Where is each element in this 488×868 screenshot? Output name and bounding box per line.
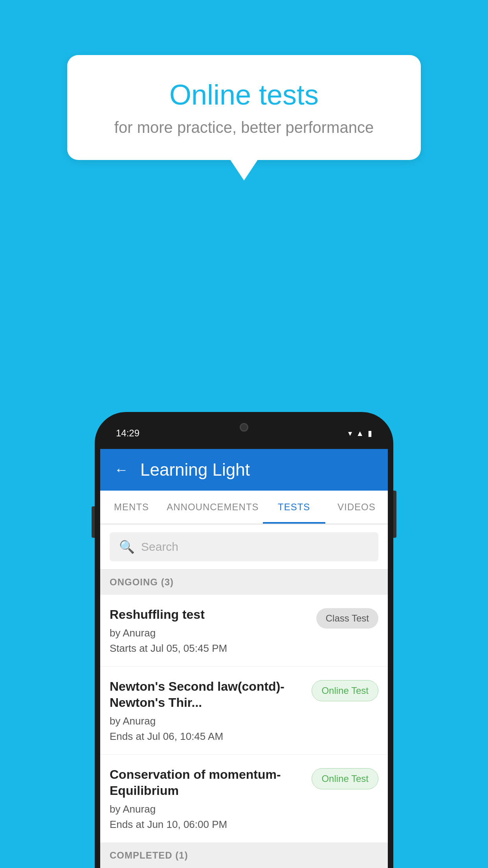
test-content-3: Conservation of momentum-Equilibrium by …	[110, 767, 304, 831]
app-header: ← Learning Light	[100, 449, 388, 491]
search-container: 🔍 Search	[100, 524, 388, 570]
speech-bubble: Online tests for more practice, better p…	[67, 55, 421, 160]
completed-section-header: COMPLETED (1)	[100, 843, 388, 868]
front-camera	[240, 423, 248, 432]
phone-notch	[205, 417, 283, 437]
test-item-conservation[interactable]: Conservation of momentum-Equilibrium by …	[100, 755, 388, 843]
test-item-newtons[interactable]: Newton's Second law(contd)-Newton's Thir…	[100, 667, 388, 755]
test-badge-1: Class Test	[316, 608, 378, 629]
tests-list: Reshuffling test by Anurag Starts at Jul…	[100, 595, 388, 843]
test-badge-2: Online Test	[312, 680, 378, 701]
test-date-1: Starts at Jul 05, 05:45 PM	[110, 642, 308, 655]
tabs-bar: MENTS ANNOUNCEMENTS TESTS VIDEOS	[100, 491, 388, 524]
phone-side-button-right	[393, 491, 396, 538]
back-button[interactable]: ←	[114, 462, 128, 478]
signal-icon: ▲	[356, 429, 364, 438]
phone-screen: ← Learning Light MENTS ANNOUNCEMENTS TES…	[100, 449, 388, 868]
test-badge-3: Online Test	[312, 768, 378, 789]
test-content-1: Reshuffling test by Anurag Starts at Jul…	[110, 607, 308, 655]
tab-videos[interactable]: VIDEOS	[325, 491, 388, 524]
ongoing-section-header: ONGOING (3)	[100, 570, 388, 595]
test-title-2: Newton's Second law(contd)-Newton's Thir…	[110, 679, 304, 711]
test-date-3: Ends at Jun 10, 06:00 PM	[110, 818, 304, 831]
phone-frame: 14:29 ▾ ▲ ▮ ← Learning Light MENTS ANNOU…	[95, 412, 393, 868]
completed-section-label: COMPLETED (1)	[110, 850, 188, 861]
test-item-reshuffling[interactable]: Reshuffling test by Anurag Starts at Jul…	[100, 595, 388, 667]
test-author-2: by Anurag	[110, 715, 304, 727]
tab-tests[interactable]: TESTS	[263, 491, 325, 524]
speech-bubble-container: Online tests for more practice, better p…	[67, 55, 421, 160]
search-placeholder-text: Search	[141, 540, 178, 554]
tab-ments[interactable]: MENTS	[100, 491, 163, 524]
phone-side-button-left	[92, 506, 95, 538]
status-bar: 14:29 ▾ ▲ ▮	[100, 417, 388, 449]
status-icons: ▾ ▲ ▮	[348, 428, 372, 438]
battery-icon: ▮	[368, 428, 372, 438]
test-title-3: Conservation of momentum-Equilibrium	[110, 767, 304, 799]
status-time: 14:29	[116, 428, 139, 439]
wifi-icon: ▾	[348, 428, 352, 438]
search-input[interactable]: 🔍 Search	[110, 532, 378, 561]
test-author-1: by Anurag	[110, 627, 308, 639]
test-date-2: Ends at Jul 06, 10:45 AM	[110, 730, 304, 743]
test-author-3: by Anurag	[110, 803, 304, 815]
test-title-1: Reshuffling test	[110, 607, 308, 623]
test-content-2: Newton's Second law(contd)-Newton's Thir…	[110, 679, 304, 743]
ongoing-section-label: ONGOING (3)	[110, 577, 174, 587]
speech-bubble-title: Online tests	[99, 79, 389, 111]
search-icon: 🔍	[119, 539, 135, 554]
app-title: Learning Light	[140, 460, 250, 480]
phone-mockup: 14:29 ▾ ▲ ▮ ← Learning Light MENTS ANNOU…	[95, 412, 393, 868]
tab-announcements[interactable]: ANNOUNCEMENTS	[163, 491, 262, 524]
speech-bubble-subtitle: for more practice, better performance	[99, 119, 389, 136]
